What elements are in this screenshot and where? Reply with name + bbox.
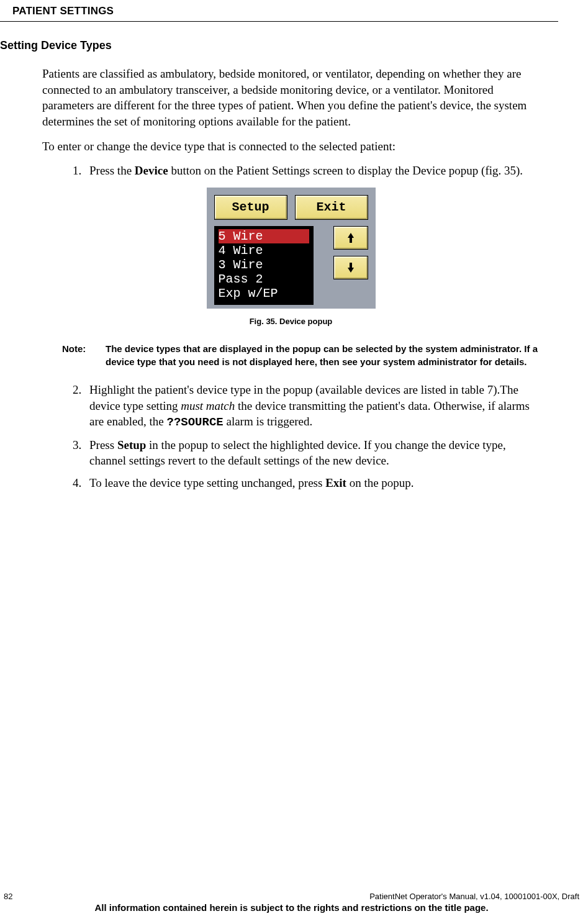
page-footer: 82 PatientNet Operator's Manual, v1.04, … xyxy=(0,892,583,913)
device-button-ref: Device xyxy=(135,164,168,177)
figure-caption: Fig. 35. Device popup xyxy=(42,316,540,327)
note-label: Note: xyxy=(62,343,106,368)
arrow-down-icon xyxy=(346,263,355,273)
scroll-down-button[interactable] xyxy=(333,256,368,279)
device-list[interactable]: 5 Wire 4 Wire 3 Wire Pass 2 Exp w/EP xyxy=(214,226,314,305)
source-alarm-code: ??SOURCE xyxy=(166,415,223,429)
header-title: PATIENT SETTINGS xyxy=(12,5,114,17)
step-1: Press the Device button on the Patient S… xyxy=(84,163,540,179)
doc-info: PatientNet Operator's Manual, v1.04, 100… xyxy=(369,892,579,901)
device-list-item-3wire[interactable]: 3 Wire xyxy=(219,258,309,272)
setup-button[interactable]: Setup xyxy=(214,195,287,220)
device-popup: Setup Exit 5 Wire 4 Wire 3 Wire Pass 2 E… xyxy=(207,188,376,309)
device-list-item-expwep[interactable]: Exp w/EP xyxy=(219,286,309,301)
section-heading: Setting Device Types xyxy=(0,39,558,52)
device-list-item-pass2[interactable]: Pass 2 xyxy=(219,272,309,286)
paragraph-lead: To enter or change the device type that … xyxy=(42,138,540,155)
device-list-item-5wire[interactable]: 5 Wire xyxy=(219,229,309,243)
note-block: Note: The device types that are displaye… xyxy=(62,343,540,368)
step-4: To leave the device type setting unchang… xyxy=(84,475,540,491)
exit-button[interactable]: Exit xyxy=(295,195,368,220)
step-3: Press Setup in the popup to select the h… xyxy=(84,437,540,469)
paragraph-intro: Patients are classified as ambulatory, b… xyxy=(42,66,540,130)
arrow-up-icon xyxy=(346,233,355,243)
page-number: 82 xyxy=(4,892,12,901)
footer-legal: All information contained herein is subj… xyxy=(0,902,583,913)
scroll-up-button[interactable] xyxy=(333,226,368,250)
device-list-item-4wire[interactable]: 4 Wire xyxy=(219,243,309,258)
page-header: PATIENT SETTINGS xyxy=(0,0,558,22)
note-text: The device types that are displayed in t… xyxy=(106,343,540,368)
step-2: Highlight the patient's device type in t… xyxy=(84,382,540,431)
